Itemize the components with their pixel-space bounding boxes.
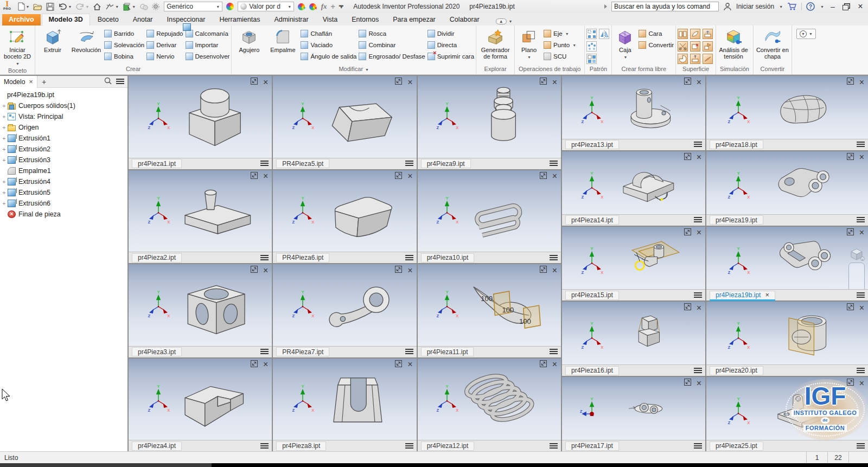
window-titlebar[interactable]: pr4Pieza25.ipt xyxy=(706,440,868,451)
button-angulo-de-salida[interactable]: Ángulo de salida xyxy=(301,52,356,61)
close-window-icon[interactable]: × xyxy=(552,79,557,86)
button-desenvolver[interactable]: Desenvolver xyxy=(186,52,230,61)
button-solevacion[interactable]: Solevación xyxy=(104,40,144,50)
tab-archivo[interactable]: Archivo xyxy=(2,14,41,25)
document-name-tab[interactable]: pr4Pieza1.ipt xyxy=(132,159,182,168)
add-command-icon[interactable]: + xyxy=(331,2,335,11)
parameters-icon[interactable]: fx xyxy=(321,2,327,11)
maximize-window-icon[interactable] xyxy=(847,379,854,387)
part-viewport[interactable]: × Y Z X xyxy=(129,264,272,346)
browser-search-icon[interactable] xyxy=(104,77,112,86)
document-name-tab[interactable]: pr4Pieza15.ipt xyxy=(565,291,619,300)
tree-item-cuerpos-solidos-1[interactable]: +Cuerpos sólidos(1) xyxy=(1,100,127,111)
maximize-window-icon[interactable] xyxy=(251,172,258,181)
ruled-surface-icon[interactable] xyxy=(703,54,713,64)
freeform-box-button[interactable]: Caja▼ xyxy=(614,27,636,61)
document-name-tab[interactable]: pr4Pieza12.ipt xyxy=(421,442,475,451)
part-viewport[interactable]: × Y Z X xyxy=(562,302,705,364)
browser-menu-icon[interactable] xyxy=(116,79,124,85)
window-titlebar[interactable]: pr4Pieza19.ipt xyxy=(706,214,868,226)
expand-icon[interactable]: + xyxy=(1,114,7,120)
maximize-window-icon[interactable] xyxy=(684,379,691,387)
button-derivar[interactable]: Derivar xyxy=(146,40,183,50)
maximize-window-icon[interactable] xyxy=(251,360,258,369)
shape-generator-button[interactable]: Generador de forma xyxy=(478,27,513,60)
document-name-tab[interactable]: pr4Pieza20.ipt xyxy=(710,366,763,375)
part-viewport[interactable]: × Y Z X xyxy=(418,359,561,440)
button-barrido[interactable]: Barrido xyxy=(104,29,144,39)
window-menu-icon[interactable] xyxy=(405,161,413,167)
rectangular-pattern-icon[interactable] xyxy=(586,29,597,39)
close-window-icon[interactable]: × xyxy=(859,79,864,86)
window-menu-icon[interactable] xyxy=(857,368,865,374)
expand-icon[interactable]: + xyxy=(1,179,7,185)
document-name-tab[interactable]: pr4Pieza25.ipt xyxy=(710,442,763,451)
panel-label-explorar[interactable]: Explorar xyxy=(478,66,513,74)
button-combinar[interactable]: Combinar xyxy=(359,40,425,50)
button-scu[interactable]: SCU xyxy=(544,52,576,61)
button-convertir[interactable]: Convertir xyxy=(639,40,674,50)
part-viewport[interactable]: × Y Z X xyxy=(706,76,868,139)
window-menu-icon[interactable] xyxy=(260,443,269,449)
document-name-tab[interactable]: pr4Pieza16.ipt xyxy=(565,366,619,375)
part-viewport[interactable]: × Y Z X IGFINSTITUTO GALEGOdeFORMACIÓN xyxy=(706,377,868,440)
help-search-input[interactable] xyxy=(611,2,719,11)
circular-pattern-icon[interactable] xyxy=(586,41,597,52)
iproperties-icon[interactable]: ▼ xyxy=(123,3,136,11)
part-viewport[interactable]: × Y Z xyxy=(562,377,705,440)
tab-colaborar[interactable]: Colaborar xyxy=(443,14,486,25)
window-titlebar[interactable]: PR4Pieza5.ipt xyxy=(273,158,416,169)
tab-modelo-3d[interactable]: Modelo 3D xyxy=(42,14,90,25)
clear-appearance-icon[interactable]: × xyxy=(309,2,317,11)
window-menu-icon[interactable] xyxy=(550,161,558,167)
tree-item-final-de-pieza[interactable]: Final de pieza xyxy=(1,209,127,220)
part-viewport[interactable]: × Y Z X xyxy=(129,359,272,440)
part-viewport[interactable]: × Y Z X xyxy=(129,170,272,252)
browser-tab-modelo[interactable]: Modelo× xyxy=(0,76,37,88)
close-window-icon[interactable]: × xyxy=(407,172,412,180)
maximize-window-icon[interactable] xyxy=(684,228,691,237)
expand-icon[interactable]: + xyxy=(1,146,7,152)
close-window-icon[interactable]: × xyxy=(697,153,701,161)
expand-icon[interactable]: + xyxy=(1,201,7,207)
tab-para-empezar[interactable]: Para empezar xyxy=(386,14,442,25)
window-menu-icon[interactable] xyxy=(857,142,865,148)
maximize-window-icon[interactable] xyxy=(395,78,402,86)
open-icon[interactable] xyxy=(33,3,42,10)
window-menu-icon[interactable] xyxy=(405,349,413,355)
view-cube[interactable]: x▼ xyxy=(848,247,865,290)
sketch-pattern-icon[interactable] xyxy=(586,54,597,64)
stitch-surface-icon[interactable] xyxy=(678,29,688,39)
trim-surface-icon[interactable] xyxy=(678,41,688,52)
window-titlebar[interactable]: pr4Pieza15.ipt xyxy=(562,289,705,300)
window-menu-icon[interactable] xyxy=(694,443,702,449)
store-cart-icon[interactable] xyxy=(787,2,797,11)
part-viewport[interactable]: × Y Z X 100100100 xyxy=(418,264,561,346)
window-titlebar[interactable]: pr4Pieza13.ipt xyxy=(562,139,705,150)
close-window-icon[interactable]: × xyxy=(263,172,268,180)
tree-item-empalme1[interactable]: Empalme1 xyxy=(1,165,127,176)
stress-analysis-button[interactable]: Análisis de tensión xyxy=(718,27,749,60)
navigation-bar[interactable] xyxy=(848,263,865,290)
maximize-window-icon[interactable] xyxy=(251,266,258,274)
window-titlebar[interactable]: pr4Pieza16.ipt xyxy=(562,364,705,376)
return-icon[interactable]: ▼ xyxy=(105,3,119,11)
part-viewport[interactable]: × Y Z X xyxy=(273,170,416,252)
tab-boceto[interactable]: Boceto xyxy=(91,14,125,25)
close-window-icon[interactable]: × xyxy=(407,79,412,86)
part-viewport[interactable]: × Y Z X xyxy=(706,151,868,214)
document-name-tab[interactable]: pr4Pieza13.ipt xyxy=(565,140,619,149)
maximize-window-icon[interactable] xyxy=(395,266,402,274)
part-viewport[interactable]: × Y Z X xyxy=(418,170,561,252)
home-icon[interactable] xyxy=(93,3,101,11)
search-collapse-icon[interactable] xyxy=(604,4,607,9)
help-caret-icon[interactable]: ▼ xyxy=(820,5,824,9)
close-window-icon[interactable]: × xyxy=(859,304,864,311)
window-menu-icon[interactable] xyxy=(550,349,558,355)
part-viewport[interactable]: × Y Z X xyxy=(273,76,416,158)
window-menu-icon[interactable] xyxy=(260,349,269,355)
document-name-tab[interactable]: pr4Pieza14.ipt xyxy=(565,215,619,225)
tree-item-extrusion2[interactable]: +Extrusión2 xyxy=(1,144,127,155)
replace-face-icon[interactable] xyxy=(703,41,713,52)
panel-label-operaciones[interactable]: Operaciones de trabajo xyxy=(516,66,583,74)
